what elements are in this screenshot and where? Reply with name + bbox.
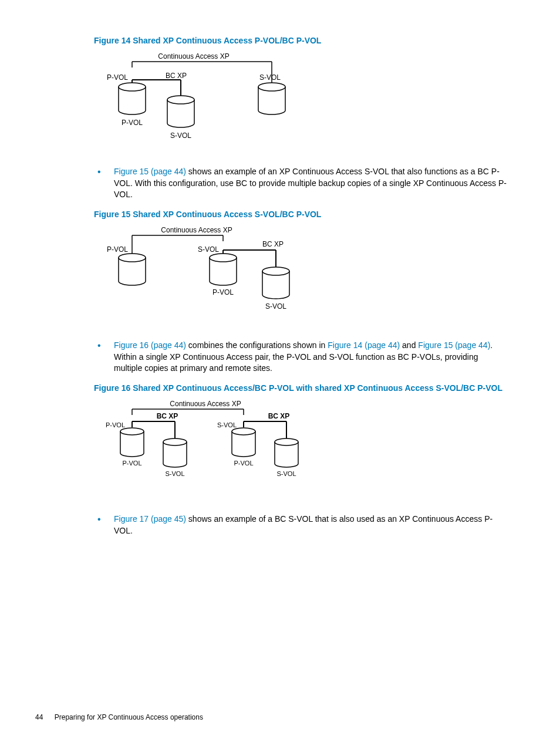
figure16-diagram: Continuous Access XP BC XP BC XP P-VOL S… [100, 399, 507, 497]
bullet-icon: • [94, 514, 114, 536]
fig16-lb: P-VOL [122, 460, 141, 467]
svg-point-42 [163, 438, 187, 445]
fig15-header: Continuous Access XP [161, 226, 232, 234]
fig16-header: Continuous Access XP [170, 400, 241, 408]
svg-point-27 [262, 267, 289, 275]
figure16-title: Figure 16 Shared XP Continuous Access/BC… [94, 383, 507, 394]
svg-point-21 [119, 254, 146, 262]
fig14-lb: P-VOL [122, 119, 143, 127]
svg-point-39 [120, 428, 144, 435]
figure14-diagram: Continuous Access XP BC XP P-VOL S-VOL P… [100, 52, 507, 149]
fig15-lt: P-VOL [107, 245, 128, 254]
bullet-icon: • [94, 340, 114, 374]
link-fig15[interactable]: Figure 15 (page 44) [114, 167, 186, 176]
bullet2-mid1: combines the configurations shown in [186, 340, 328, 350]
bullet-item-3: • Figure 17 (page 45) shows an example o… [94, 514, 507, 536]
fig16-rmb: S-VOL [276, 470, 296, 477]
fig16-rt: S-VOL [217, 421, 237, 428]
bullet-icon: • [94, 166, 114, 201]
fig14-mb: S-VOL [170, 131, 191, 140]
figure16-svg: Continuous Access XP BC XP BC XP P-VOL S… [100, 399, 346, 493]
fig15-mb: P-VOL [212, 288, 234, 296]
figure15-title: Figure 15 Shared XP Continuous Access S-… [94, 209, 507, 221]
link-fig14[interactable]: Figure 14 (page 44) [328, 340, 400, 350]
link-fig16[interactable]: Figure 16 (page 44) [114, 340, 186, 350]
svg-point-45 [232, 428, 255, 435]
svg-point-24 [210, 254, 237, 262]
fig16-lmb: S-VOL [165, 470, 184, 477]
fig14-lt: P-VOL [107, 73, 128, 82]
fig16-lt: P-VOL [106, 421, 125, 428]
bullet-item-2: • Figure 16 (page 44) combines the confi… [94, 340, 507, 374]
svg-point-48 [275, 438, 298, 445]
page-content: Figure 14 Shared XP Continuous Access P-… [94, 35, 507, 536]
fig14-header: Continuous Access XP [158, 52, 229, 60]
fig15-mt: S-VOL [198, 245, 219, 254]
bullet2-mid2: and [400, 340, 418, 350]
link-fig17[interactable]: Figure 17 (page 45) [114, 514, 186, 524]
fig16-rb: P-VOL [234, 460, 253, 467]
fig14-rt: S-VOL [259, 73, 281, 82]
fig16-bc-l: BC XP [157, 412, 178, 420]
fig14-bc: BC XP [166, 72, 187, 80]
fig16-bc-r: BC XP [268, 412, 290, 420]
svg-point-12 [258, 83, 285, 91]
svg-point-9 [167, 96, 194, 104]
fig15-rb: S-VOL [265, 302, 286, 310]
figure15-svg: Continuous Access XP BC XP P-VOL S-VOL [100, 225, 323, 319]
link-fig15b[interactable]: Figure 15 (page 44) [418, 340, 490, 350]
bullet-item-1: • Figure 15 (page 44) shows an example o… [94, 166, 507, 201]
figure14-svg: Continuous Access XP BC XP P-VOL S-VOL P… [100, 52, 311, 146]
fig15-bc: BC XP [262, 240, 284, 248]
bullet2-text: Figure 16 (page 44) combines the configu… [114, 340, 507, 374]
bullet3-text: Figure 17 (page 45) shows an example of … [114, 514, 507, 536]
figure15-diagram: Continuous Access XP BC XP P-VOL S-VOL [100, 225, 507, 323]
svg-point-6 [119, 83, 146, 91]
figure14-title: Figure 14 Shared XP Continuous Access P-… [94, 35, 507, 47]
bullet1-text: Figure 15 (page 44) shows an example of … [114, 166, 507, 201]
